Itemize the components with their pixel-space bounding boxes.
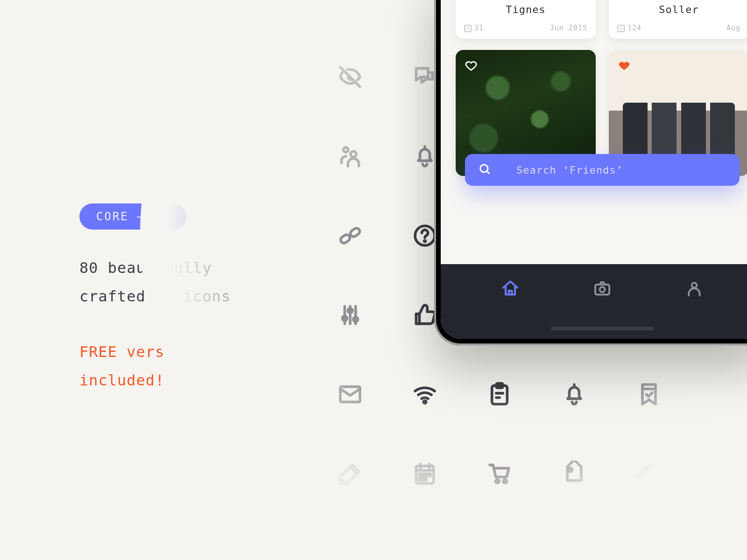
svg-point-25 (692, 283, 697, 288)
album-card-tignes[interactable]: Tignes 31 Jun 2015 (456, 0, 596, 39)
sliders-icon (313, 275, 388, 355)
tab-camera[interactable] (593, 279, 612, 300)
svg-rect-23 (595, 285, 609, 295)
pencil-icon (313, 434, 388, 513)
svg-point-20 (503, 480, 507, 483)
photos-icon (617, 25, 625, 32)
tag-icon (537, 434, 612, 513)
photos-icon (464, 25, 472, 32)
phone-screen: Tignes 31 Jun 2015 Soller 124 Aug (441, 0, 747, 339)
search-bar[interactable]: Search ‘Friends’ (465, 154, 740, 186)
heart-filled-icon[interactable] (617, 58, 631, 74)
bell-icon (537, 355, 612, 434)
clipboard-icon (462, 355, 537, 434)
phone-frame: Tignes 31 Jun 2015 Soller 124 Aug (434, 0, 747, 345)
subline: FREE version included! (79, 338, 275, 395)
album-title: Tignes (456, 4, 596, 15)
tab-bar (441, 264, 747, 339)
svg-point-5 (424, 240, 426, 242)
badge-pill: CORE — UI (79, 203, 186, 230)
search-placeholder: Search ‘Friends’ (516, 164, 623, 176)
paperclip-icon (612, 434, 686, 513)
headline: 80 beautifully crafted UI icons (79, 254, 275, 311)
svg-point-24 (599, 287, 605, 292)
users-icon (313, 117, 388, 196)
album-count: 31 (464, 24, 484, 32)
svg-rect-15 (424, 474, 426, 476)
svg-rect-17 (419, 478, 422, 480)
album-title: Soller (609, 4, 747, 15)
svg-rect-3 (349, 227, 361, 238)
wifi-icon (388, 355, 462, 434)
link-icon (313, 196, 388, 275)
cart-icon (462, 434, 537, 513)
search-icon (478, 162, 491, 177)
album-date: Jun 2015 (550, 24, 587, 32)
svg-point-21 (569, 468, 572, 471)
bookmark-check-icon (612, 355, 686, 434)
svg-point-22 (480, 165, 488, 172)
eye-off-icon (313, 37, 388, 117)
mail-icon (313, 355, 388, 434)
svg-point-1 (351, 151, 356, 157)
svg-rect-2 (339, 233, 351, 245)
svg-rect-14 (419, 474, 422, 476)
svg-point-19 (496, 480, 499, 483)
album-count: 124 (617, 24, 641, 32)
calendar-icon (388, 434, 462, 513)
tab-home[interactable] (501, 279, 520, 300)
svg-point-0 (344, 147, 348, 152)
tab-profile[interactable] (685, 279, 704, 300)
heart-outline-icon[interactable] (464, 58, 478, 74)
svg-rect-16 (428, 474, 430, 476)
svg-rect-18 (424, 478, 426, 480)
svg-point-10 (423, 401, 426, 404)
album-date: Aug (726, 24, 740, 32)
album-card-soller[interactable]: Soller 124 Aug (609, 0, 747, 39)
phone-speaker (551, 327, 654, 330)
